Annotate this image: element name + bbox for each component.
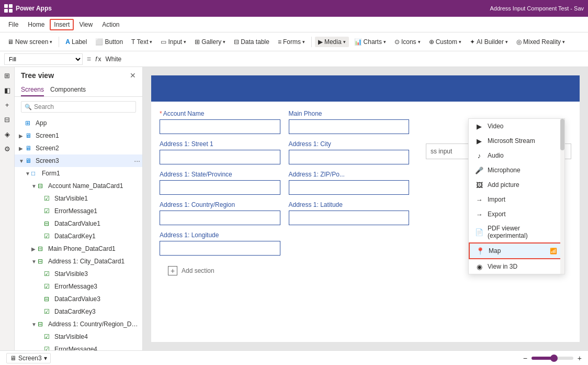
- street1-input[interactable]: [160, 150, 280, 164]
- field-longitude: Address 1: Longitude: [160, 231, 280, 256]
- dropdown-item-stream[interactable]: ▶ Microsoft Stream: [469, 134, 564, 148]
- tree-label: DataCardKey1: [54, 233, 140, 240]
- toolbar-charts[interactable]: 📊 Charts ▾: [351, 37, 389, 47]
- add-section-row[interactable]: + Add section: [160, 262, 409, 280]
- menu-file[interactable]: File: [4, 19, 22, 30]
- audio-icon: ♪: [475, 151, 483, 160]
- zip-input[interactable]: [289, 180, 410, 195]
- dropdown-item-video[interactable]: ▶ Video: [469, 119, 564, 134]
- sidebar-data-icon[interactable]: ⊟: [1, 113, 14, 126]
- zoom-slider[interactable]: [532, 357, 573, 360]
- tree-item-errormessage3[interactable]: ☑ ErrorMessage3: [15, 280, 142, 293]
- close-panel-button[interactable]: ✕: [130, 71, 136, 80]
- tree-label: Address 1: City_DataCard1: [48, 258, 140, 265]
- country-input[interactable]: [160, 211, 280, 225]
- tab-components[interactable]: Components: [50, 84, 86, 96]
- sidebar-layers-icon[interactable]: ◧: [1, 84, 14, 96]
- toolbar-text[interactable]: T Text ▾: [128, 37, 155, 47]
- search-input[interactable]: [34, 103, 132, 110]
- input-arrow: ▾: [184, 39, 186, 45]
- tree-label: Form1: [42, 170, 140, 177]
- screen-icon: 🖥: [25, 132, 33, 139]
- screen-selector[interactable]: 🖥 Screen3 ▾: [6, 353, 51, 363]
- dropdown-item-audio[interactable]: ♪ Audio: [469, 148, 564, 163]
- latitude-input[interactable]: [289, 211, 410, 225]
- menu-bar: File Home Insert View Action: [0, 17, 588, 32]
- dropdown-item-add-picture[interactable]: 🖼 Add picture: [469, 178, 564, 192]
- tree-item-screen1[interactable]: ▶ 🖥 Screen1: [15, 129, 142, 142]
- toolbar-media[interactable]: ▶ Media ▾: [315, 37, 349, 47]
- menu-view[interactable]: View: [75, 19, 97, 30]
- sep2: [311, 37, 312, 47]
- toolbar-mixed-reality[interactable]: ◎ Mixed Reality ▾: [513, 37, 568, 47]
- screen-icon-small: 🖥: [10, 355, 16, 362]
- dropdown-item-pdf[interactable]: 📄 PDF viewer (experimental): [469, 222, 564, 242]
- tree-label: Main Phone_DataCard1: [48, 245, 140, 252]
- add-section-label: Add section: [182, 267, 214, 274]
- toolbar-gallery[interactable]: ⊞ Gallery ▾: [191, 37, 229, 47]
- tree-item-starvisible1[interactable]: ☑ StarVisible1: [15, 192, 142, 205]
- toolbar-button[interactable]: ⬜ Button: [92, 37, 126, 47]
- tree-item-starvisible4[interactable]: ☑ StarVisible4: [15, 330, 142, 343]
- tree-label: DataCardKey3: [54, 308, 140, 315]
- status-right: − +: [523, 354, 582, 362]
- checkbox-icon: ☑: [44, 346, 52, 350]
- dropdown-item-map[interactable]: 📍 Map 📶: [469, 242, 564, 259]
- city-input[interactable]: [289, 150, 410, 164]
- pdf-icon: 📄: [475, 228, 483, 236]
- toolbar-custom[interactable]: ⊕ Custom ▾: [426, 37, 465, 47]
- field-icon: ⊟: [38, 258, 46, 265]
- menu-action[interactable]: Action: [98, 19, 123, 30]
- longitude-input[interactable]: [160, 241, 280, 256]
- state-input[interactable]: [160, 180, 280, 195]
- account-name-input[interactable]: [160, 119, 280, 134]
- sidebar-components-icon[interactable]: ◈: [1, 128, 14, 140]
- tree-item-form1[interactable]: ▼ □ Form1: [15, 167, 142, 180]
- dropdown-item-export[interactable]: → Export: [469, 207, 564, 222]
- dropdown-item-3d[interactable]: ◉ View in 3D: [469, 259, 564, 274]
- more-options-icon[interactable]: ···: [134, 157, 140, 165]
- tree-item-account-name-datacard[interactable]: ▼ ⊟ Account Name_DataCard1: [15, 180, 142, 192]
- tree-item-datacardkey3[interactable]: ☑ DataCardKey3: [15, 305, 142, 318]
- picture-icon: 🖼: [475, 181, 483, 189]
- toolbar-new-screen[interactable]: 🖥 New screen ▾: [4, 37, 55, 47]
- title-bar: Power Apps Address Input Component Test …: [0, 0, 588, 17]
- tree-item-app[interactable]: ⊞ App: [15, 117, 142, 129]
- tree-item-datacardvalue1[interactable]: ⊟ DataCardValue1: [15, 217, 142, 230]
- sep1: [59, 37, 59, 47]
- toolbar-label[interactable]: A Label: [62, 37, 90, 47]
- sidebar-home-icon[interactable]: ⊞: [1, 69, 14, 82]
- toolbar-forms[interactable]: ≡ Forms ▾: [275, 37, 308, 47]
- tree-item-mainphone-datacard[interactable]: ▶ ⊟ Main Phone_DataCard1: [15, 242, 142, 255]
- tree-item-datacardvalue3[interactable]: ⊟ DataCardValue3: [15, 293, 142, 305]
- menu-home[interactable]: Home: [24, 19, 49, 30]
- checkbox-icon: ☑: [44, 233, 52, 240]
- tree-item-screen2[interactable]: ▶ 🖥 Screen2: [15, 142, 142, 154]
- toolbar-data-table[interactable]: ⊟ Data table: [231, 37, 273, 47]
- tree-item-errormessage4[interactable]: ☑ ErrorMessage4: [15, 343, 142, 350]
- dropdown-item-microphone[interactable]: 🎤 Microphone: [469, 163, 564, 178]
- sidebar-settings-icon[interactable]: ⚙: [1, 142, 14, 155]
- screen-chevron-icon: ▾: [44, 355, 47, 362]
- tree-view-header: Tree view ✕: [15, 67, 142, 84]
- label-icon: A: [65, 38, 70, 46]
- tree-item-starvisible3[interactable]: ☑ StarVisible3: [15, 268, 142, 280]
- tree-item-datacardkey1[interactable]: ☑ DataCardKey1: [15, 230, 142, 242]
- toolbar-ai-builder[interactable]: ✦ AI Builder ▾: [467, 37, 511, 47]
- toolbar-icons[interactable]: ⊙ Icons ▾: [391, 37, 424, 47]
- tree-item-screen3[interactable]: ▼ 🖥 Screen3 ···: [15, 154, 142, 167]
- zoom-plus-button[interactable]: +: [578, 354, 582, 362]
- tree-item-errormessage1[interactable]: ☑ ErrorMessage1: [15, 205, 142, 217]
- zoom-slider-fill: [532, 357, 552, 360]
- toolbar-input[interactable]: ▭ Input ▾: [157, 37, 189, 47]
- sidebar-add-icon[interactable]: +: [1, 98, 14, 111]
- main-phone-input[interactable]: [289, 119, 410, 134]
- dropdown-item-import[interactable]: → Import: [469, 192, 564, 207]
- property-selector[interactable]: Fill: [4, 53, 83, 65]
- tab-screens[interactable]: Screens: [21, 84, 44, 96]
- menu-insert[interactable]: Insert: [50, 19, 74, 30]
- tree-item-country-datacard[interactable]: ▼ ⊟ Address 1: Country/Region_DataC...: [15, 318, 142, 330]
- zoom-minus-button[interactable]: −: [523, 354, 527, 362]
- dropdown-scrollbar[interactable]: [560, 119, 564, 274]
- tree-item-city-datacard[interactable]: ▼ ⊟ Address 1: City_DataCard1: [15, 255, 142, 268]
